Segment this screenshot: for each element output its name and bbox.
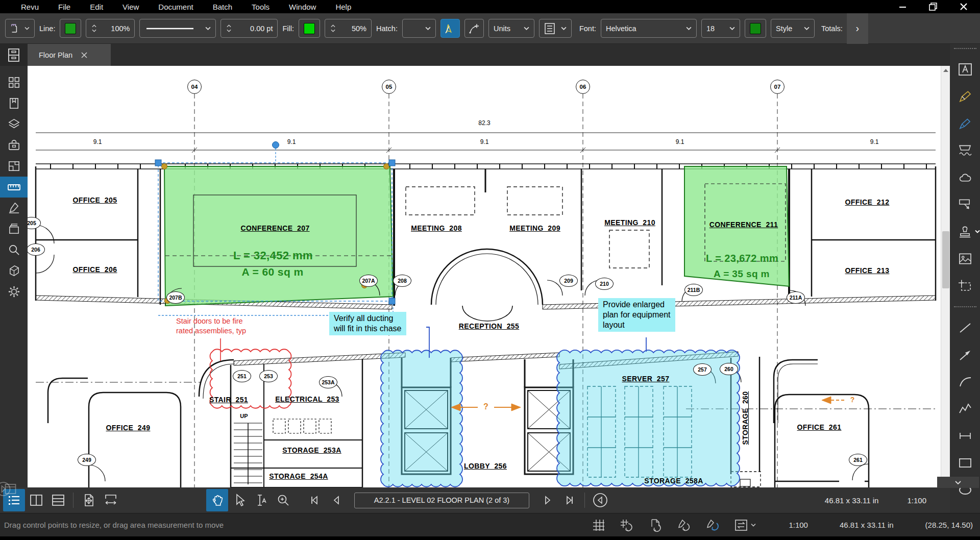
line-width-control[interactable]: 0.00 pt (220, 19, 278, 38)
line-opacity-control[interactable]: 100% (86, 19, 135, 38)
image-tool-icon[interactable] (959, 252, 972, 265)
units-dropdown[interactable]: Units (488, 19, 534, 38)
measure-tool-button[interactable] (440, 19, 460, 38)
cloud-tool-icon[interactable] (959, 171, 972, 184)
fire-rating-note[interactable]: Stair doors to be fire rated assemblies,… (176, 316, 246, 336)
markups-list-panel-icon[interactable] (0, 198, 28, 218)
status-page-size-readout: 46.81 x 33.11 in (840, 521, 894, 529)
scrollbar-thumb[interactable] (942, 231, 949, 288)
style-dropdown[interactable]: Style (771, 19, 815, 38)
menu-view[interactable]: View (113, 0, 149, 13)
menu-document[interactable]: Document (149, 0, 203, 13)
select-tool-button[interactable] (228, 489, 250, 511)
last-page-button[interactable] (558, 489, 580, 511)
totals-expand-button[interactable]: › (847, 13, 868, 44)
layers-panel-icon[interactable] (0, 114, 28, 135)
menu-batch[interactable]: Batch (203, 0, 242, 13)
room-label: OFFICE 206 (73, 265, 117, 274)
active-tool-preview[interactable] (5, 19, 35, 38)
stamp-tool-icon[interactable] (959, 225, 972, 238)
search-panel-icon[interactable] (0, 239, 28, 260)
stair-up-label: UP (240, 413, 248, 419)
select-text-button[interactable] (250, 489, 272, 511)
snap-to-markup-icon[interactable] (676, 517, 693, 533)
text-tool-icon[interactable] (959, 63, 972, 76)
menu-file[interactable]: File (48, 0, 80, 13)
grid-toggle-icon[interactable] (591, 517, 607, 533)
menu-tools[interactable]: Tools (242, 0, 279, 13)
close-icon[interactable] (960, 3, 968, 11)
font-dropdown[interactable]: Helvetica (601, 19, 697, 38)
squiggly-callout-icon[interactable] (959, 144, 972, 157)
zoom-tool-button[interactable] (272, 489, 294, 511)
bookmarks-panel-icon[interactable] (0, 93, 28, 114)
menu-edit[interactable]: Edit (80, 0, 113, 13)
settings-gear-icon[interactable] (0, 281, 28, 302)
previous-page-button[interactable] (325, 489, 347, 511)
line-width-stepper[interactable] (226, 24, 232, 32)
previous-view-button[interactable] (589, 489, 611, 511)
dimension-question-markup[interactable]: ? (850, 396, 855, 404)
spaces-panel-icon[interactable] (0, 156, 28, 177)
pen-tool-icon[interactable] (959, 90, 972, 103)
reuse-markup-tool-icon[interactable] (705, 517, 721, 533)
line-color-button[interactable] (60, 19, 81, 38)
measurement-length[interactable]: L = 32,452 mm (233, 249, 313, 262)
tab-close-icon[interactable] (81, 52, 88, 59)
measurements-panel-icon[interactable] (0, 177, 28, 198)
document-canvas[interactable]: 04 05 06 07 82.3 9.1 9.1 9.1 9.1 9.1 OFF… (28, 66, 950, 487)
hatch-dropdown[interactable] (402, 19, 436, 38)
measurement-area[interactable]: A = 60 sq m (242, 266, 304, 278)
rectangle-tool-icon[interactable] (959, 456, 972, 470)
menu-help[interactable]: Help (326, 0, 361, 13)
pan-tool-button[interactable] (206, 489, 228, 511)
file-access-button[interactable] (0, 44, 28, 66)
restore-icon[interactable] (929, 3, 937, 11)
sets-panel-icon[interactable] (0, 218, 28, 239)
highlighter-tool-icon[interactable] (959, 117, 972, 130)
menu-revu[interactable]: Revu (11, 0, 48, 13)
arrow-tool-icon[interactable] (959, 348, 972, 361)
properties-list-dropdown[interactable] (539, 19, 572, 38)
thumbnails-panel-icon[interactable] (0, 72, 28, 93)
page-title-box[interactable]: A2.2.1 - LEVEL 02 FLOOR PLAN (2 of 3) (354, 493, 529, 508)
polyline-tool-icon[interactable] (959, 402, 972, 415)
measurement-area[interactable]: A = 35 sq m (714, 268, 770, 280)
font-size-dropdown[interactable]: 18 (701, 19, 740, 38)
arc-tool-icon[interactable] (959, 375, 972, 388)
split-vertical-button[interactable] (25, 489, 47, 511)
enlarged-plan-note[interactable]: Provide enlarged plan for equipment layo… (598, 298, 675, 332)
fill-opacity-stepper[interactable] (330, 24, 336, 32)
dimension-tool-button[interactable] (464, 19, 484, 38)
snap-to-grid-icon[interactable] (619, 517, 635, 533)
callout-tool-icon[interactable] (959, 198, 972, 211)
measurement-length[interactable]: L = 23,672 mm (706, 253, 778, 264)
tool-chest-panel-icon[interactable] (0, 135, 28, 156)
scroll-up-arrow[interactable] (941, 66, 950, 75)
length-measurement-tool-icon[interactable] (959, 429, 972, 443)
menu-window[interactable]: Window (279, 0, 326, 13)
next-view-button[interactable] (0, 478, 14, 500)
opacity-stepper[interactable] (91, 24, 97, 32)
panel-collapse-chevron[interactable] (937, 477, 979, 488)
line-style-dropdown[interactable] (139, 19, 216, 38)
line-tool-icon[interactable] (959, 321, 972, 334)
fit-width-button[interactable] (100, 489, 121, 511)
snapshot-tool-icon[interactable] (959, 279, 972, 292)
synchronize-views-icon[interactable] (733, 517, 757, 533)
minimize-icon[interactable] (898, 3, 906, 11)
tab-floor-plan[interactable]: Floor Plan (28, 44, 111, 66)
next-page-button[interactable] (536, 489, 558, 511)
fit-page-button[interactable] (78, 489, 100, 511)
font-color-button[interactable] (745, 19, 766, 38)
ducting-note[interactable]: Verify all ducting will fit in this chas… (329, 312, 406, 335)
split-horizontal-button[interactable] (47, 489, 69, 511)
fill-color-button[interactable] (299, 19, 320, 38)
first-page-button[interactable] (303, 489, 325, 511)
fill-opacity-control[interactable]: 50% (325, 19, 372, 38)
3d-model-panel-icon[interactable] (0, 260, 28, 281)
dimension-question-markup[interactable]: ? (483, 402, 488, 411)
snap-to-content-icon[interactable] (648, 517, 664, 533)
vertical-scrollbar[interactable] (941, 66, 950, 487)
stamp-chevron-icon[interactable] (975, 230, 980, 233)
